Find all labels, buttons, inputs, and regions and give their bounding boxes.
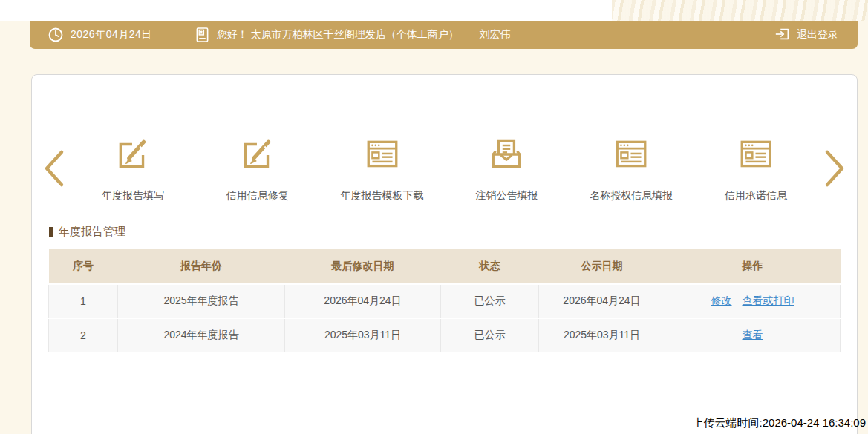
current-date: 2026年04月24日 — [71, 28, 152, 42]
cell-actions: 查看 — [665, 318, 841, 352]
cell-modified: 2025年03月11日 — [285, 318, 441, 352]
action-link[interactable]: 查看或打印 — [743, 295, 794, 306]
cell-published: 2026年04月24日 — [539, 284, 665, 318]
table-header-row: 序号报告年份最后修改日期状态公示日期操作 — [49, 249, 841, 284]
title-bullet-icon — [49, 227, 53, 237]
cell-status: 已公示 — [441, 284, 539, 318]
carousel-item-3[interactable]: 年度报告模板下载 — [323, 134, 442, 203]
function-carousel: 年度报告填写 信用信息修复 年度报告模板下载 注销公告填报 — [32, 124, 857, 213]
cell-actions: 修改查看或打印 — [665, 284, 841, 318]
cell-modified: 2026年04月24日 — [285, 284, 441, 318]
carousel-item-label: 年度报告模板下载 — [341, 189, 424, 203]
clock-icon — [48, 27, 64, 43]
table-header-cell: 最后修改日期 — [285, 249, 441, 284]
carousel-item-label: 年度报告填写 — [102, 189, 164, 203]
inbox-icon — [488, 134, 525, 173]
carousel-item-label: 信用信息修复 — [226, 189, 289, 203]
carousel-item-1[interactable]: 年度报告填写 — [74, 134, 192, 203]
cell-seq: 1 — [49, 284, 118, 318]
top-strip — [0, 0, 868, 21]
logout-label: 退出登录 — [797, 28, 838, 42]
carousel-item-2[interactable]: 信用信息修复 — [198, 134, 317, 203]
table-row: 22024年年度报告2025年03月11日已公示2025年03月11日查看 — [49, 318, 841, 352]
action-link[interactable]: 查看 — [743, 329, 763, 341]
table-row: 12025年年度报告2026年04月24日已公示2026年04月24日修改查看或… — [49, 284, 841, 318]
greeting-text: 您好！ 太原市万柏林区千丝阁理发店（个体工商户） — [217, 28, 459, 42]
id-badge-icon — [195, 26, 209, 44]
wheat-pattern-decoration — [612, 0, 868, 21]
user-name: 刘宏伟 — [480, 28, 511, 42]
carousel-item-4[interactable]: 注销公告填报 — [447, 134, 566, 203]
carousel-prev-button[interactable] — [39, 147, 71, 190]
edit-icon — [114, 134, 151, 173]
main-card: 年度报告填写 信用信息修复 年度报告模板下载 注销公告填报 — [31, 74, 858, 434]
table-header-cell: 报告年份 — [118, 249, 285, 284]
carousel-item-5[interactable]: 名称授权信息填报 — [572, 134, 691, 203]
carousel-item-label: 名称授权信息填报 — [590, 189, 673, 203]
cell-published: 2025年03月11日 — [539, 318, 665, 352]
section-title-text: 年度报告管理 — [59, 225, 125, 239]
carousel-item-label: 信用承诺信息 — [725, 189, 787, 203]
edit-icon — [239, 134, 276, 173]
table-header-cell: 操作 — [665, 249, 841, 284]
template-icon — [737, 134, 774, 173]
carousel-item-label: 注销公告填报 — [475, 189, 538, 203]
table-header-cell: 公示日期 — [539, 249, 665, 284]
carousel-item-6[interactable]: 信用承诺信息 — [696, 134, 815, 203]
action-link[interactable]: 修改 — [711, 295, 732, 306]
upload-time-text: 上传云端时间:2026-04-24 16:34:09 — [693, 416, 866, 430]
section-title-annual-report: 年度报告管理 — [49, 225, 125, 239]
template-icon — [613, 134, 650, 173]
logout-icon — [774, 26, 791, 45]
carousel-next-button[interactable] — [818, 147, 849, 190]
logout-button[interactable]: 退出登录 — [769, 26, 838, 45]
table-header-cell: 状态 — [441, 249, 539, 284]
cell-year: 2025年年度报告 — [118, 284, 285, 318]
carousel-items: 年度报告填写 信用信息修复 年度报告模板下载 注销公告填报 — [71, 134, 818, 203]
cell-status: 已公示 — [441, 318, 539, 352]
table-body: 12025年年度报告2026年04月24日已公示2026年04月24日修改查看或… — [49, 284, 841, 352]
cell-seq: 2 — [49, 318, 118, 352]
top-bar-left: 2026年04月24日 您好！ 太原市万柏林区千丝阁理发店（个体工商户） 刘宏伟 — [48, 26, 511, 44]
annual-report-table: 序号报告年份最后修改日期状态公示日期操作 12025年年度报告2026年04月2… — [48, 249, 841, 352]
table-head: 序号报告年份最后修改日期状态公示日期操作 — [49, 249, 841, 284]
cell-year: 2024年年度报告 — [118, 318, 285, 352]
top-bar: 2026年04月24日 您好！ 太原市万柏林区千丝阁理发店（个体工商户） 刘宏伟… — [30, 21, 858, 49]
table-header-cell: 序号 — [49, 249, 118, 284]
template-icon — [364, 134, 401, 173]
